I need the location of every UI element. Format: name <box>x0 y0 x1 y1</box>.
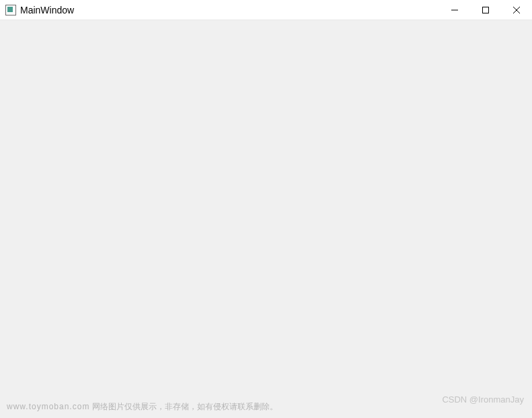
watermark-text: 网络图片仅供展示，非存储，如有侵权请联系删除。 <box>92 402 278 411</box>
watermark-domain: www.toymoban.com <box>7 402 89 411</box>
svg-rect-1 <box>483 7 489 13</box>
titlebar: MainWindow <box>0 0 532 20</box>
close-icon <box>513 7 520 13</box>
watermark-left: www.toymoban.com 网络图片仅供展示，非存储，如有侵权请联系删除。 <box>7 401 278 413</box>
maximize-button[interactable] <box>470 0 501 20</box>
window-controls <box>439 0 532 20</box>
minimize-button[interactable] <box>439 0 470 20</box>
window-title: MainWindow <box>20 5 74 15</box>
client-area: www.toymoban.com 网络图片仅供展示，非存储，如有侵权请联系删除。… <box>0 20 532 418</box>
close-button[interactable] <box>501 0 532 20</box>
watermark-right: CSDN @IronmanJay <box>442 394 524 405</box>
minimize-icon <box>451 7 458 13</box>
titlebar-left: MainWindow <box>5 5 74 15</box>
app-icon <box>5 5 16 15</box>
maximize-icon <box>482 7 489 13</box>
